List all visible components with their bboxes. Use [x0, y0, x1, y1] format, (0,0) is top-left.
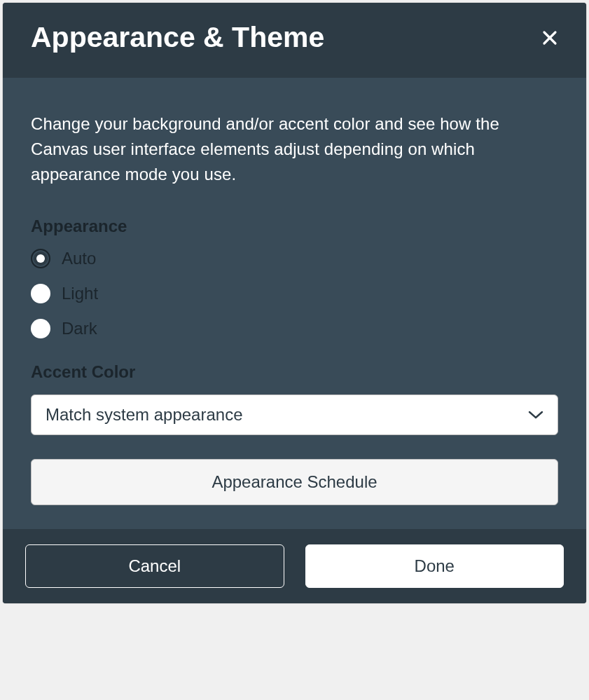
radio-label: Auto — [62, 249, 96, 268]
select-value: Match system appearance — [46, 405, 242, 425]
accent-label: Accent Color — [31, 362, 558, 382]
radio-option-auto[interactable]: Auto — [31, 249, 558, 268]
radio-icon — [31, 319, 50, 338]
appearance-schedule-button[interactable]: Appearance Schedule — [31, 459, 558, 505]
appearance-radio-group: Auto Light Dark — [31, 249, 558, 338]
appearance-theme-dialog: Appearance & Theme Change your backgroun… — [3, 3, 586, 603]
radio-label: Light — [62, 284, 98, 303]
close-icon[interactable] — [541, 29, 558, 46]
dialog-body: Change your background and/or accent col… — [3, 78, 586, 529]
dialog-description: Change your background and/or accent col… — [31, 111, 558, 187]
radio-label: Dark — [62, 319, 97, 338]
radio-option-light[interactable]: Light — [31, 284, 558, 303]
done-button[interactable]: Done — [305, 544, 564, 588]
chevron-down-icon — [528, 410, 543, 420]
dialog-footer: Cancel Done — [3, 529, 586, 603]
cancel-button[interactable]: Cancel — [25, 544, 284, 588]
radio-icon — [31, 249, 50, 268]
appearance-label: Appearance — [31, 217, 558, 236]
dialog-header: Appearance & Theme — [3, 3, 586, 78]
radio-option-dark[interactable]: Dark — [31, 319, 558, 338]
dialog-title: Appearance & Theme — [31, 21, 324, 54]
accent-section: Accent Color Match system appearance — [31, 362, 558, 435]
radio-icon — [31, 284, 50, 303]
accent-color-select[interactable]: Match system appearance — [31, 394, 558, 435]
